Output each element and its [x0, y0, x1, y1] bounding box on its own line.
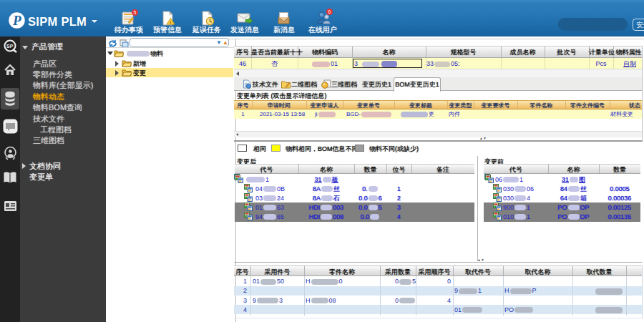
svg-text:SP: SP — [6, 44, 14, 49]
svg-text:!: ! — [170, 21, 171, 25]
svg-text:P: P — [12, 13, 21, 28]
